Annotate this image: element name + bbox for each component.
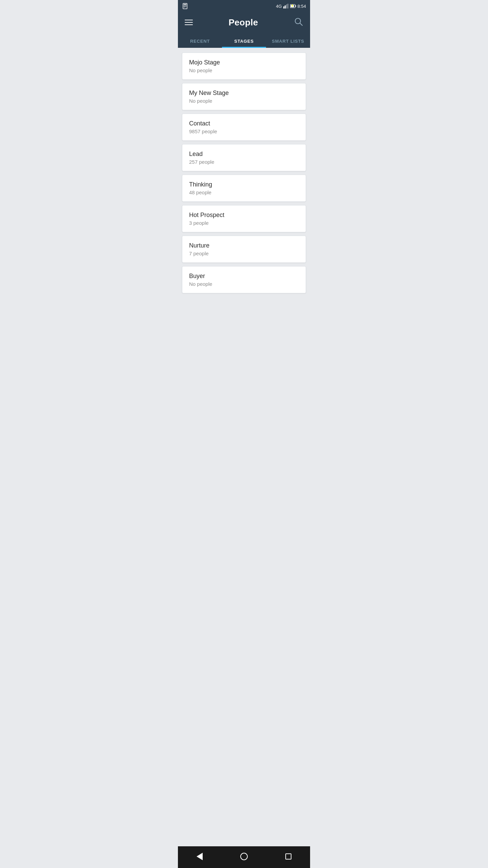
home-icon xyxy=(240,853,248,860)
recents-button[interactable] xyxy=(285,853,291,860)
svg-rect-7 xyxy=(286,4,287,8)
tab-recent[interactable]: RECENT xyxy=(178,34,222,48)
stage-card-my-new[interactable]: My New Stage No people xyxy=(182,83,306,110)
stage-card-hot-prospect[interactable]: Hot Prospect 3 people xyxy=(182,205,306,232)
stage-count: 257 people xyxy=(189,159,299,165)
stage-count: No people xyxy=(189,98,299,104)
search-button[interactable] xyxy=(294,17,303,28)
svg-line-16 xyxy=(300,23,302,25)
stage-card-nurture[interactable]: Nurture 7 people xyxy=(182,236,306,263)
stage-name: Buyer xyxy=(189,273,299,280)
stage-count: 7 people xyxy=(189,251,299,256)
stage-name: Hot Prospect xyxy=(189,212,299,219)
stage-card-mojo[interactable]: Mojo Stage No people xyxy=(182,53,306,80)
tab-bar: RECENT STAGES SMART LISTS xyxy=(178,34,310,48)
status-left xyxy=(182,3,188,9)
header: People xyxy=(178,12,310,34)
menu-button[interactable] xyxy=(185,20,193,25)
svg-rect-5 xyxy=(283,6,284,8)
stage-count: No people xyxy=(189,67,299,73)
stage-card-thinking[interactable]: Thinking 48 people xyxy=(182,175,306,202)
stage-name: Mojo Stage xyxy=(189,59,299,66)
bottom-nav xyxy=(178,846,310,868)
time-display: 8:54 xyxy=(298,4,306,9)
status-right: 4G 8:54 xyxy=(276,4,306,9)
svg-rect-6 xyxy=(285,5,286,8)
stage-name: Contact xyxy=(189,120,299,127)
back-button[interactable] xyxy=(197,853,203,860)
page-title: People xyxy=(228,17,258,28)
home-button[interactable] xyxy=(240,853,248,860)
stage-count: 3 people xyxy=(189,220,299,226)
svg-rect-10 xyxy=(295,5,296,7)
stage-name: My New Stage xyxy=(189,90,299,97)
stage-count: 9857 people xyxy=(189,129,299,134)
stage-count: 48 people xyxy=(189,190,299,195)
tab-smart-lists[interactable]: SMART LISTS xyxy=(266,34,310,48)
stage-name: Thinking xyxy=(189,181,299,188)
svg-rect-1 xyxy=(184,4,186,5)
svg-rect-8 xyxy=(287,4,288,8)
stage-card-buyer[interactable]: Buyer No people xyxy=(182,266,306,293)
sd-card-icon xyxy=(182,3,188,9)
tab-stages[interactable]: STAGES xyxy=(222,34,266,48)
stage-card-lead[interactable]: Lead 257 people xyxy=(182,144,306,171)
signal-text: 4G xyxy=(276,4,282,9)
status-bar: 4G 8:54 xyxy=(178,0,310,12)
recents-icon xyxy=(285,853,291,860)
back-icon xyxy=(197,853,203,860)
stage-name: Lead xyxy=(189,151,299,158)
stage-card-contact[interactable]: Contact 9857 people xyxy=(182,114,306,141)
stages-list: Mojo Stage No people My New Stage No peo… xyxy=(178,48,310,846)
stage-count: No people xyxy=(189,281,299,287)
battery-icon xyxy=(290,4,296,8)
signal-bars-icon xyxy=(283,4,289,8)
stage-name: Nurture xyxy=(189,242,299,249)
